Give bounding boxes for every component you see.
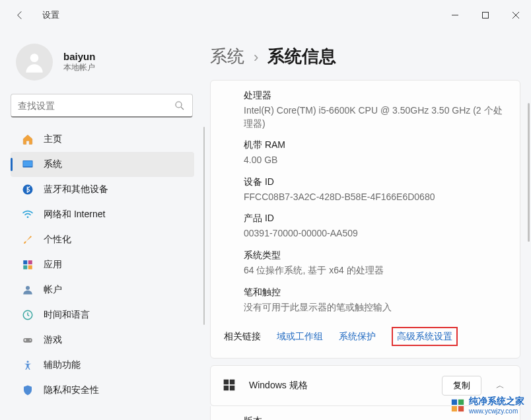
watermark-url: www.ycwjzy.com — [469, 407, 524, 415]
system-icon — [21, 158, 34, 171]
arrow-left-icon — [15, 10, 25, 20]
svg-rect-14 — [28, 265, 32, 269]
pen-touch-value: 没有可用于此显示器的笔或触控输入 — [244, 301, 504, 314]
profile-name: baiyun — [63, 51, 95, 62]
sidebar-item-home[interactable]: 主页 — [11, 127, 194, 152]
sidebar-item-privacy[interactable]: 隐私和安全性 — [11, 378, 194, 403]
user-icon — [22, 50, 47, 75]
svg-rect-13 — [23, 265, 27, 269]
breadcrumb: 系统 › 系统信息 — [210, 30, 520, 80]
pen-touch-label: 笔和触控 — [244, 287, 504, 298]
windows-spec-title: Windows 规格 — [249, 380, 308, 392]
sidebar-item-label: 游戏 — [44, 334, 62, 346]
sidebar-item-label: 系统 — [44, 158, 62, 170]
sidebar-item-label: 主页 — [44, 133, 62, 145]
settings-window: 设置 baiyun 本地帐户 — [0, 0, 531, 420]
link-advanced-system-settings[interactable]: 高级系统设置 — [397, 331, 452, 341]
content: 系统 › 系统信息 处理器Intel(R) Core(TM) i5-6600K … — [205, 30, 531, 420]
sidebar-item-label: 帐户 — [44, 284, 62, 296]
close-button[interactable] — [501, 0, 531, 30]
sidebar-item-accounts[interactable]: 帐户 — [11, 277, 194, 302]
ram-value: 4.00 GB — [244, 154, 504, 167]
svg-point-19 — [27, 361, 29, 363]
sidebar-item-time[interactable]: 时间和语言 — [11, 302, 194, 328]
watermark-title: 纯净系统之家 — [469, 396, 524, 406]
svg-point-10 — [27, 216, 29, 218]
svg-rect-28 — [452, 405, 457, 411]
sidebar-item-network[interactable]: 网络和 Internet — [11, 202, 194, 227]
svg-point-9 — [23, 185, 33, 195]
chevron-up-icon[interactable]: ︿ — [491, 380, 509, 392]
svg-point-5 — [176, 102, 182, 108]
ram-label: 机带 RAM — [244, 139, 504, 151]
nav: 主页 系统 蓝牙和其他设备 网络和 Internet — [11, 127, 205, 420]
close-icon — [512, 11, 520, 19]
sidebar-item-label: 辅助功能 — [44, 359, 81, 371]
cpu-label: 处理器 — [244, 90, 504, 102]
link-system-protection[interactable]: 系统保护 — [339, 331, 376, 343]
cpu-value: Intel(R) Core(TM) i5-6600K CPU @ 3.50GHz… — [244, 104, 504, 130]
watermark: 纯净系统之家 www.ycwjzy.com — [450, 396, 524, 415]
related-label: 相关链接 — [224, 331, 261, 343]
back-button[interactable] — [12, 7, 28, 23]
svg-rect-27 — [458, 399, 464, 404]
brush-icon — [21, 233, 34, 246]
system-type-value: 64 位操作系统, 基于 x64 的处理器 — [244, 264, 504, 277]
window-controls — [440, 0, 531, 30]
svg-rect-21 — [230, 380, 235, 385]
annotation-highlight: 高级系统设置 — [392, 327, 458, 346]
maximize-button[interactable] — [470, 0, 501, 30]
svg-rect-1 — [483, 13, 489, 18]
sidebar-item-label: 应用 — [44, 259, 62, 271]
home-icon — [21, 133, 34, 146]
shield-icon — [21, 384, 34, 397]
search-box[interactable] — [11, 94, 193, 118]
search-icon — [174, 100, 186, 112]
svg-rect-29 — [458, 405, 464, 411]
svg-rect-26 — [452, 399, 457, 404]
svg-rect-22 — [224, 386, 229, 391]
sidebar-item-label: 时间和语言 — [44, 309, 90, 321]
svg-point-15 — [26, 286, 30, 290]
svg-rect-23 — [230, 386, 235, 391]
chevron-right-icon: › — [254, 49, 258, 66]
clock-icon — [21, 308, 34, 322]
sidebar-item-bluetooth[interactable]: 蓝牙和其他设备 — [11, 177, 194, 202]
avatar — [16, 44, 53, 81]
system-type-label: 系统类型 — [244, 250, 504, 262]
svg-point-4 — [30, 53, 39, 62]
svg-rect-12 — [28, 260, 32, 264]
profile-sub: 本地帐户 — [63, 62, 95, 73]
edition-label: 版本 — [244, 415, 504, 420]
titlebar: 设置 — [0, 0, 531, 30]
bluetooth-icon — [21, 183, 34, 196]
sidebar: baiyun 本地帐户 主页 系统 — [0, 30, 205, 420]
sidebar-item-gaming[interactable]: 游戏 — [11, 328, 194, 353]
sidebar-item-personalization[interactable]: 个性化 — [11, 227, 194, 252]
sidebar-item-label: 隐私和安全性 — [44, 384, 99, 396]
breadcrumb-parent[interactable]: 系统 — [210, 45, 244, 68]
body: baiyun 本地帐户 主页 系统 — [0, 30, 531, 420]
minimize-button[interactable] — [440, 0, 470, 30]
related-links: 相关链接 域或工作组 系统保护 高级系统设置 — [224, 314, 504, 346]
accessibility-icon — [21, 359, 34, 372]
copy-button[interactable]: 复制 — [442, 376, 481, 396]
content-scrollbar-thumb[interactable] — [528, 103, 530, 242]
sidebar-item-accessibility[interactable]: 辅助功能 — [11, 353, 194, 378]
wifi-icon — [21, 208, 34, 221]
profile-block[interactable]: baiyun 本地帐户 — [11, 36, 205, 94]
sidebar-item-apps[interactable]: 应用 — [11, 252, 194, 277]
device-id-value: FFCC08B7-3A2C-428D-B58E-4F166E6D0680 — [244, 191, 504, 204]
product-id-value: 00391-70000-00000-AA509 — [244, 227, 504, 240]
sidebar-item-system[interactable]: 系统 — [11, 152, 194, 177]
svg-line-6 — [181, 107, 184, 110]
sidebar-item-label: 个性化 — [44, 234, 71, 246]
search-input[interactable] — [18, 100, 174, 111]
breadcrumb-current: 系统信息 — [267, 45, 336, 68]
windows-icon — [223, 378, 237, 393]
svg-rect-11 — [23, 260, 27, 264]
device-id-label: 设备 ID — [244, 176, 504, 188]
sidebar-item-label: 网络和 Internet — [44, 209, 105, 221]
link-domain-workgroup[interactable]: 域或工作组 — [277, 331, 323, 343]
svg-rect-8 — [23, 161, 32, 166]
